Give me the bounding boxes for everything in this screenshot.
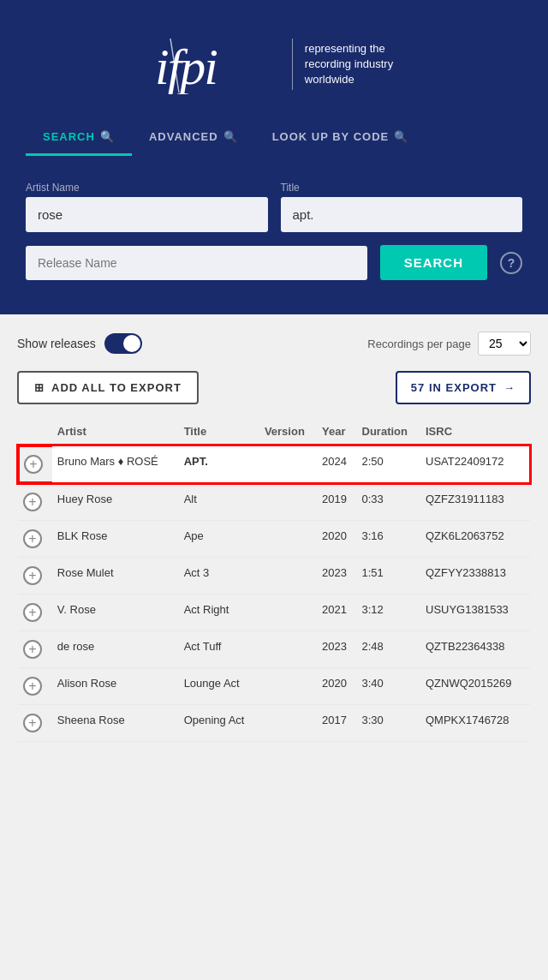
duration-cell: 3:16	[357, 521, 420, 558]
lookup-tab-label: LOOK UP BY CODE	[272, 130, 390, 143]
duration-cell: 3:30	[357, 705, 420, 742]
title-cell: Act 3	[179, 558, 259, 595]
duration-cell: 1:51	[357, 558, 420, 595]
year-cell: 2023	[317, 631, 357, 668]
header: ifpi representing the recording industry…	[0, 0, 548, 156]
show-releases-label: Show releases	[17, 337, 96, 350]
search-row-2: SEARCH ?	[26, 245, 522, 280]
table-row: +Rose MuletAct 320231:51QZFYY2338813	[18, 558, 530, 595]
row-add-cell: +	[18, 521, 52, 558]
search-button[interactable]: SEARCH	[380, 245, 487, 280]
version-cell	[259, 705, 317, 742]
tab-search[interactable]: SEARCH 🔍	[26, 120, 132, 156]
export-icon: ⊞	[34, 381, 45, 394]
isrc-cell: QZK6L2063752	[420, 521, 530, 558]
per-page-select[interactable]: 25 50 100	[478, 332, 531, 356]
version-cell	[259, 483, 317, 521]
version-cell	[259, 631, 317, 668]
isrc-cell: USUYG1381533	[420, 595, 530, 631]
year-cell: 2020	[317, 668, 357, 705]
duration-cell: 2:50	[357, 445, 420, 483]
row-add-cell: +	[18, 483, 52, 521]
col-title: Title	[179, 418, 259, 445]
year-cell: 2023	[317, 558, 357, 595]
export-arrow-icon: →	[503, 381, 515, 394]
logo-area: ifpi representing the recording industry…	[26, 17, 522, 120]
export-count-label: 57 IN EXPORT	[411, 381, 497, 394]
advanced-tab-label: ADVANCED	[149, 130, 218, 143]
duration-cell: 0:33	[357, 483, 420, 521]
add-to-export-button[interactable]: +	[23, 714, 42, 732]
col-duration: Duration	[357, 418, 420, 445]
search-row-1: Artist Name Title	[26, 182, 522, 232]
add-to-export-button[interactable]: +	[23, 493, 42, 511]
table-row: +Alison RoseLounge Act20203:40QZNWQ20152…	[18, 668, 530, 705]
title-input[interactable]	[281, 197, 523, 232]
isrc-cell: QZFYY2338813	[420, 558, 530, 595]
add-all-export-label: ADD ALL TO EXPORT	[51, 381, 182, 394]
per-page-label: Recordings per page	[367, 338, 471, 350]
version-cell	[259, 521, 317, 558]
add-all-export-button[interactable]: ⊞ ADD ALL TO EXPORT	[17, 371, 199, 404]
row-add-cell: +	[18, 668, 52, 705]
duration-cell: 3:40	[357, 668, 420, 705]
add-to-export-button[interactable]: +	[23, 529, 42, 548]
col-isrc: ISRC	[420, 418, 530, 445]
search-tab-label: SEARCH	[43, 130, 95, 143]
show-releases-toggle[interactable]	[104, 333, 142, 354]
results-table: Artist Title Version Year Duration ISRC …	[17, 418, 531, 742]
duration-cell: 2:48	[357, 631, 420, 668]
year-cell: 2017	[317, 705, 357, 742]
year-cell: 2021	[317, 595, 357, 631]
isrc-cell: QMPKX1746728	[420, 705, 530, 742]
col-add	[18, 418, 52, 445]
export-count-button[interactable]: 57 IN EXPORT →	[396, 371, 531, 404]
title-cell: Alt	[179, 483, 259, 521]
title-cell: Act Right	[179, 595, 259, 631]
artist-name-input[interactable]	[26, 197, 268, 232]
add-to-export-button[interactable]: +	[23, 566, 42, 585]
artist-cell: Rose Mulet	[52, 558, 179, 595]
add-to-export-button[interactable]: +	[24, 455, 43, 474]
version-cell	[259, 445, 317, 483]
title-group: Title	[281, 182, 523, 232]
row-add-cell: +	[18, 445, 52, 483]
artist-cell: V. Rose	[52, 595, 179, 631]
logo-text: ifpi	[155, 34, 292, 94]
tab-lookup[interactable]: LOOK UP BY CODE 🔍	[255, 120, 426, 156]
col-artist: Artist	[52, 418, 179, 445]
table-row: +Bruno Mars ♦ ROSÉAPT.20242:50USAT224091…	[18, 445, 530, 483]
release-name-input[interactable]	[26, 246, 367, 280]
col-year: Year	[317, 418, 357, 445]
title-cell: Opening Act	[179, 705, 259, 742]
col-version: Version	[259, 418, 317, 445]
add-to-export-button[interactable]: +	[23, 640, 42, 659]
add-to-export-button[interactable]: +	[23, 677, 42, 696]
title-cell: Ape	[179, 521, 259, 558]
help-icon[interactable]: ?	[500, 252, 522, 274]
isrc-cell: QZFZ31911183	[420, 483, 530, 521]
duration-cell: 3:12	[357, 595, 420, 631]
logo-divider	[292, 39, 293, 90]
nav-tabs: SEARCH 🔍 ADVANCED 🔍 LOOK UP BY CODE 🔍	[26, 120, 522, 156]
advanced-tab-icon: 🔍	[223, 130, 238, 143]
table-row: +de roseAct Tuff20232:48QZTB22364338	[18, 631, 530, 668]
add-to-export-button[interactable]: +	[23, 603, 42, 622]
version-cell	[259, 558, 317, 595]
logo-tagline: representing the recording industry worl…	[305, 41, 393, 88]
year-cell: 2019	[317, 483, 357, 521]
artist-cell: de rose	[52, 631, 179, 668]
isrc-cell: QZNWQ2015269	[420, 668, 530, 705]
title-cell: APT.	[179, 445, 259, 483]
version-cell	[259, 668, 317, 705]
artist-cell: Huey Rose	[52, 483, 179, 521]
table-row: +Huey RoseAlt20190:33QZFZ31911183	[18, 483, 530, 521]
tab-advanced[interactable]: ADVANCED 🔍	[132, 120, 255, 156]
row-add-cell: +	[18, 558, 52, 595]
artist-name-label: Artist Name	[26, 182, 268, 194]
title-cell: Lounge Act	[179, 668, 259, 705]
artist-cell: BLK Rose	[52, 521, 179, 558]
table-row: +BLK RoseApe20203:16QZK6L2063752	[18, 521, 530, 558]
title-cell: Act Tuff	[179, 631, 259, 668]
table-row: +V. RoseAct Right20213:12USUYG1381533	[18, 595, 530, 631]
